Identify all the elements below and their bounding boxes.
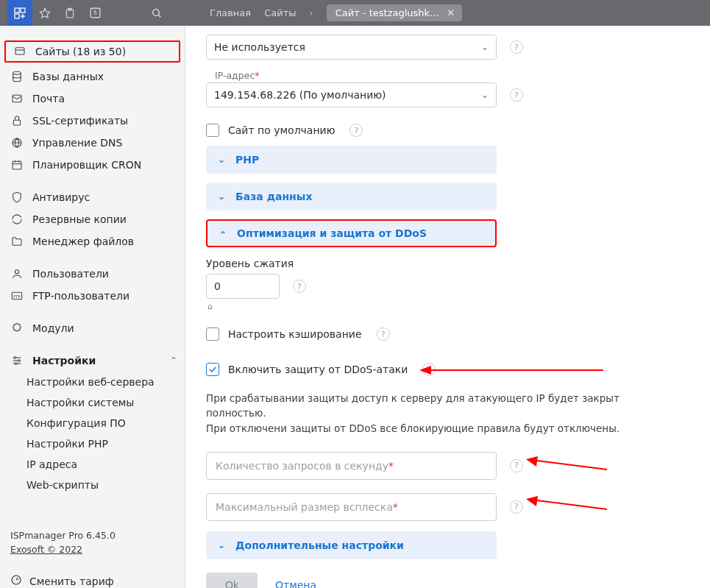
checkbox-cache[interactable]: [206, 327, 219, 341]
search-icon[interactable]: [144, 0, 169, 26]
svg-rect-14: [13, 120, 20, 125]
help-icon[interactable]: ?: [510, 88, 523, 102]
section-php[interactable]: ⌄ PHP: [206, 146, 497, 174]
sidebar-item-dns[interactable]: Управление DNS: [0, 132, 185, 154]
help-icon[interactable]: ?: [510, 500, 523, 514]
star-icon[interactable]: [32, 0, 57, 26]
placeholder-text: Количество запросов в секунду: [216, 460, 388, 472]
svg-point-20: [15, 270, 18, 274]
sidebar-sub-php[interactable]: Настройки PHP: [0, 433, 185, 454]
sidebar-item-files[interactable]: Менеджер файлов: [0, 230, 185, 252]
sidebar-item-settings[interactable]: Настройки ⌃: [0, 350, 185, 372]
sidebar-item-label: Почта: [32, 93, 177, 105]
sidebar-item-cron[interactable]: Планировщик CRON: [0, 154, 185, 176]
input-burst[interactable]: Максимальный размер всплеска*: [206, 493, 497, 521]
clipboard-icon[interactable]: [57, 0, 82, 26]
chevron-up-icon: ⌃: [170, 355, 177, 366]
ok-button[interactable]: Ok: [206, 573, 258, 588]
checkbox-label: Сайт по умолчанию: [228, 124, 335, 136]
crumb-home[interactable]: Главная: [210, 7, 251, 18]
active-tab[interactable]: Сайт - testzaglushk… ✕: [327, 4, 462, 21]
help-icon[interactable]: ?: [293, 280, 306, 293]
chevron-down-icon: ⌄: [218, 155, 225, 165]
checkbox-label: Настроить кэширование: [228, 328, 362, 340]
sidebar-item-label: Планировщик CRON: [32, 159, 177, 171]
sidebar-sub-web[interactable]: Настройки веб-сервера: [0, 372, 185, 392]
section-ddos[interactable]: ⌃ Оптимизация и защита от DDoS: [206, 219, 497, 247]
svg-rect-13: [13, 95, 21, 102]
section-more[interactable]: ⌄ Дополнительные настройки: [206, 531, 497, 559]
gauge-icon: [10, 574, 22, 588]
select-ip[interactable]: 149.154.68.226 (По умолчанию) ⌄: [206, 82, 497, 107]
copyright-link[interactable]: Exosoft © 2022: [10, 544, 174, 555]
sidebar-item-antivirus[interactable]: Антивирус: [0, 186, 185, 208]
checkbox-ddos[interactable]: [206, 363, 219, 376]
svg-line-32: [537, 461, 607, 470]
sidebar: Сайты (18 из 50) Базы данных Почта SSL-с…: [0, 26, 185, 588]
help-icon[interactable]: ?: [510, 40, 523, 54]
sidebar-item-backup[interactable]: Резервные копии: [0, 208, 185, 230]
annotation-arrow: [526, 456, 607, 472]
database-icon: [10, 71, 24, 82]
main-form: Не используется ⌄ ? IP-адрес* 149.154.68…: [185, 26, 710, 588]
sidebar-item-ssl[interactable]: SSL-сертификаты: [0, 110, 185, 132]
cancel-button[interactable]: Отмена: [275, 579, 316, 588]
help-icon[interactable]: ?: [510, 459, 523, 472]
change-tarif-label: Сменить тариф: [29, 575, 114, 587]
user-icon: [10, 268, 24, 280]
sidebar-footer: ISPmanager Pro 6.45.0 Exosoft © 2022: [0, 520, 185, 570]
lock-icon: ⌂: [207, 302, 689, 311]
section-db[interactable]: ⌄ База данных: [206, 183, 497, 210]
compress-input[interactable]: 0: [206, 274, 280, 299]
chevron-down-icon: ⌄: [481, 90, 489, 100]
input-rps[interactable]: Количество запросов в секунду*: [206, 452, 497, 480]
chevron-up-icon: ⌃: [219, 230, 227, 240]
sliders-icon: [10, 355, 24, 366]
sidebar-sub-scripts[interactable]: Web-скрипты: [0, 475, 185, 495]
ftp-icon: FTP: [10, 291, 24, 301]
sidebar-item-mail[interactable]: Почта: [0, 88, 185, 110]
svg-rect-1: [21, 8, 25, 13]
sidebar-item-users[interactable]: Пользователи: [0, 263, 185, 285]
sidebar-item-db[interactable]: Базы данных: [0, 65, 185, 88]
svg-rect-0: [15, 8, 19, 13]
svg-line-9: [158, 15, 160, 17]
sidebar-item-label: FTP-пользователи: [32, 290, 177, 302]
logo-icon[interactable]: [7, 0, 32, 26]
breadcrumb: Главная Сайты › Сайт - testzaglushk… ✕: [210, 4, 462, 21]
shield-icon: [10, 191, 24, 203]
help-icon[interactable]: ?: [349, 124, 363, 137]
sidebar-item-label: Пользователи: [32, 268, 177, 280]
close-icon[interactable]: ✕: [447, 7, 455, 18]
sidebar-item-label: Сайты (18 из 50): [35, 46, 174, 57]
select-value: 149.154.68.226 (По умолчанию): [214, 89, 386, 101]
svg-point-12: [13, 71, 21, 74]
globe-icon: [10, 137, 24, 149]
refresh-icon: [10, 213, 24, 225]
sidebar-item-modules[interactable]: Модули: [0, 317, 185, 339]
chevron-down-icon: ⌄: [218, 191, 225, 202]
sidebar-item-sites[interactable]: Сайты (18 из 50): [10, 46, 174, 57]
crumb-sites[interactable]: Сайты: [264, 7, 296, 18]
svg-point-26: [14, 357, 16, 359]
svg-marker-3: [40, 8, 49, 18]
input-value: 0: [214, 280, 221, 292]
count-icon[interactable]: 5: [82, 0, 107, 26]
sidebar-sub-ip[interactable]: IP адреса: [0, 454, 185, 475]
select-nouse[interactable]: Не используется ⌄: [206, 35, 497, 60]
sidebar-item-label: Базы данных: [32, 71, 177, 82]
change-tarif[interactable]: Сменить тариф: [0, 570, 185, 588]
help-icon[interactable]: ?: [422, 363, 436, 376]
checkbox-label: Включить защиту от DDoS-атаки: [228, 364, 408, 375]
ddos-description: При срабатывании защиты доступ к серверу…: [206, 391, 655, 436]
sidebar-sub-sys[interactable]: Настройки системы: [0, 392, 185, 413]
sidebar-item-label: Резервные копии: [32, 213, 177, 225]
chevron-down-icon: ⌄: [481, 42, 489, 52]
sidebar-item-ftp[interactable]: FTP FTP-пользователи: [0, 285, 185, 307]
sidebar-item-label: Модули: [32, 322, 177, 334]
svg-marker-33: [526, 456, 538, 467]
section-title: База данных: [235, 191, 312, 202]
help-icon[interactable]: ?: [377, 327, 390, 341]
checkbox-default-site[interactable]: [206, 124, 219, 137]
sidebar-sub-soft[interactable]: Конфигурация ПО: [0, 413, 185, 433]
